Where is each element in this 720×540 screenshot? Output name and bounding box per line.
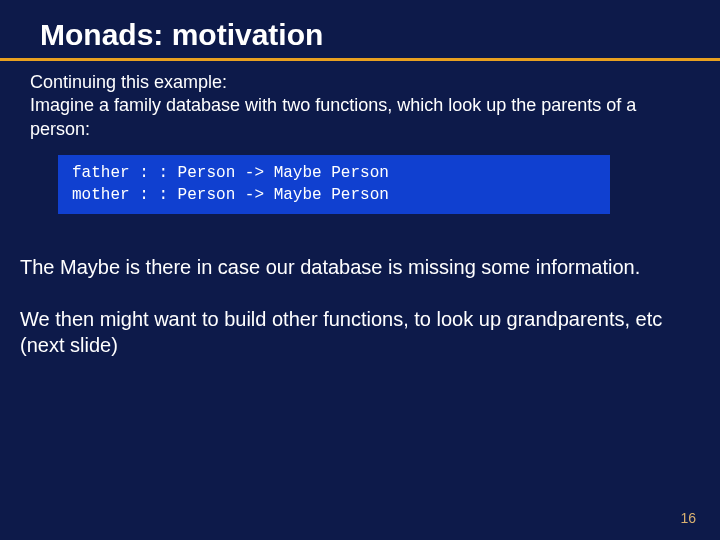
body-text-2: We then might want to build other functi… [0, 306, 720, 358]
code-block: father : : Person -> Maybe Person mother… [58, 155, 610, 214]
page-number: 16 [680, 510, 696, 526]
slide-title: Monads: motivation [0, 0, 720, 61]
body-text-1: The Maybe is there in case our database … [0, 254, 720, 280]
intro-text: Continuing this example: Imagine a famil… [0, 71, 720, 141]
